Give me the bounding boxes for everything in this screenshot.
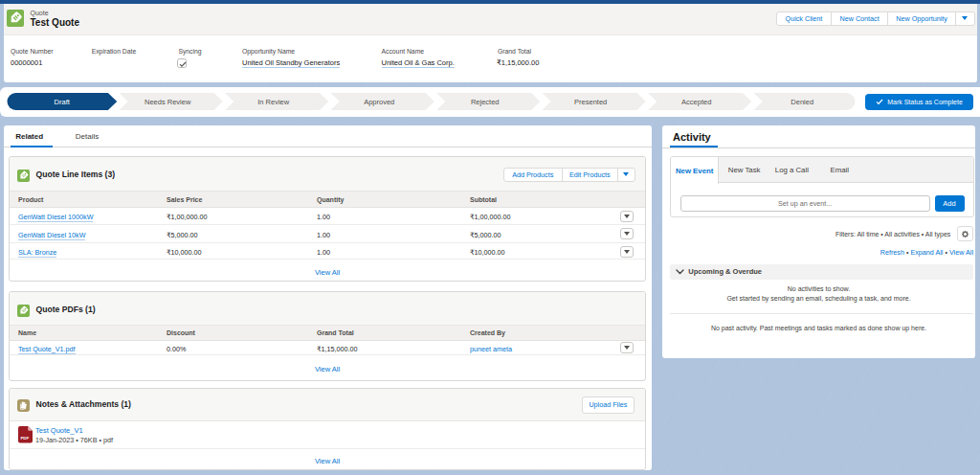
svg-text:PDF: PDF [20, 436, 29, 441]
